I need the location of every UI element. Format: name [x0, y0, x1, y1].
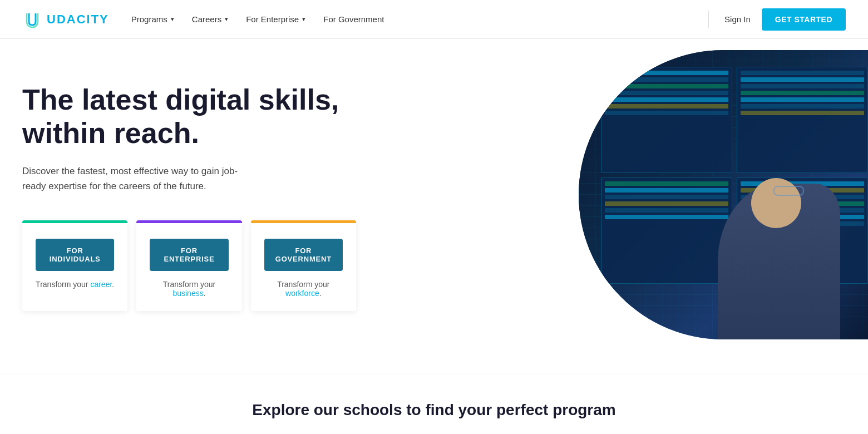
hero-image-wrapper	[579, 50, 868, 339]
for-enterprise-button[interactable]: FOR ENTERPRISE	[150, 239, 228, 271]
schools-section: Explore our schools to find your perfect…	[0, 373, 868, 434]
for-government-nav-link[interactable]: For Government	[323, 14, 384, 24]
enterprise-card-desc: Transform your business.	[136, 280, 241, 298]
get-started-button[interactable]: GET STARTED	[762, 8, 846, 31]
navbar-right: Sign In GET STARTED	[704, 8, 846, 31]
card-enterprise: FOR ENTERPRISE Transform your business.	[136, 220, 241, 311]
card-individuals: FOR INDIVIDUALS Transform your career.	[22, 220, 127, 311]
careers-nav-link[interactable]: Careers ▾	[192, 14, 228, 24]
hero-title: The latest digital skills, within reach.	[22, 83, 356, 150]
card-individuals-inner: FOR INDIVIDUALS	[22, 223, 127, 271]
careers-chevron-icon: ▾	[225, 16, 228, 23]
logo[interactable]: UDACITY	[22, 9, 109, 29]
individuals-card-desc: Transform your career.	[22, 280, 127, 289]
enterprise-chevron-icon: ▾	[302, 16, 305, 23]
nav-links: Programs ▾ Careers ▾ For Enterprise ▾ Fo…	[131, 14, 384, 24]
schools-title: Explore our schools to find your perfect…	[22, 401, 846, 419]
nav-divider	[708, 11, 709, 28]
government-card-desc: Transform your workforce.	[251, 280, 356, 298]
programs-nav-link[interactable]: Programs ▾	[131, 14, 174, 24]
individuals-highlight: career	[90, 280, 112, 289]
signin-button[interactable]: Sign In	[724, 14, 751, 24]
card-enterprise-inner: FOR ENTERPRISE	[136, 223, 241, 271]
cards-row: FOR INDIVIDUALS Transform your career. F…	[22, 220, 356, 311]
hero-section: The latest digital skills, within reach.…	[0, 39, 868, 373]
udacity-logo-icon	[22, 9, 42, 29]
enterprise-highlight: business	[172, 289, 203, 298]
card-government-inner: FOR GOVERNMENT	[251, 223, 356, 271]
hero-content: The latest digital skills, within reach.…	[22, 72, 356, 311]
navbar: UDACITY Programs ▾ Careers ▾ For Enterpr…	[0, 0, 868, 39]
monitor-screen-1	[601, 67, 732, 173]
monitor-screen-3	[601, 177, 732, 284]
government-highlight: workforce	[285, 289, 319, 298]
hero-image	[579, 50, 868, 339]
card-government: FOR GOVERNMENT Transform your workforce.	[251, 220, 356, 311]
logo-text: UDACITY	[47, 12, 109, 27]
hero-subtitle: Discover the fastest, most effective way…	[22, 164, 256, 194]
for-enterprise-nav-link[interactable]: For Enterprise ▾	[246, 14, 305, 24]
navbar-left: UDACITY Programs ▾ Careers ▾ For Enterpr…	[22, 9, 384, 29]
programs-chevron-icon: ▾	[171, 16, 174, 23]
for-government-button[interactable]: FOR GOVERNMENT	[264, 239, 343, 271]
for-individuals-button[interactable]: FOR INDIVIDUALS	[36, 239, 114, 271]
person-glasses	[773, 186, 804, 196]
monitor-screen-2	[737, 67, 868, 173]
